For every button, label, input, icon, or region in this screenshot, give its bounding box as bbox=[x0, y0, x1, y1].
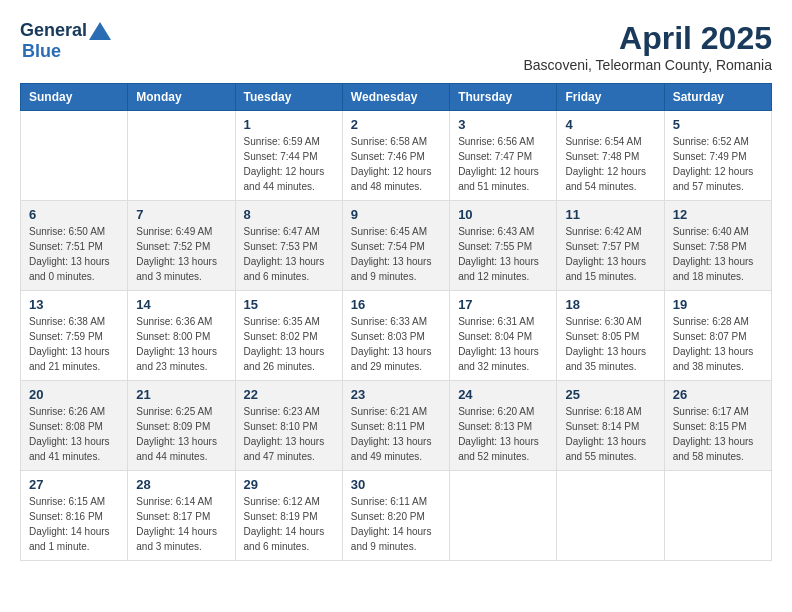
day-number: 26 bbox=[673, 387, 763, 402]
day-info: Sunrise: 6:35 AM Sunset: 8:02 PM Dayligh… bbox=[244, 314, 334, 374]
day-info: Sunrise: 6:33 AM Sunset: 8:03 PM Dayligh… bbox=[351, 314, 441, 374]
calendar-cell: 10Sunrise: 6:43 AM Sunset: 7:55 PM Dayli… bbox=[450, 201, 557, 291]
calendar-week-row: 27Sunrise: 6:15 AM Sunset: 8:16 PM Dayli… bbox=[21, 471, 772, 561]
day-number: 30 bbox=[351, 477, 441, 492]
title-area: April 2025 Bascoveni, Teleorman County, … bbox=[524, 20, 773, 73]
weekday-header: Thursday bbox=[450, 84, 557, 111]
day-number: 18 bbox=[565, 297, 655, 312]
calendar-cell: 18Sunrise: 6:30 AM Sunset: 8:05 PM Dayli… bbox=[557, 291, 664, 381]
day-info: Sunrise: 6:52 AM Sunset: 7:49 PM Dayligh… bbox=[673, 134, 763, 194]
day-number: 6 bbox=[29, 207, 119, 222]
calendar-week-row: 1Sunrise: 6:59 AM Sunset: 7:44 PM Daylig… bbox=[21, 111, 772, 201]
weekday-header: Wednesday bbox=[342, 84, 449, 111]
calendar-cell: 20Sunrise: 6:26 AM Sunset: 8:08 PM Dayli… bbox=[21, 381, 128, 471]
day-number: 5 bbox=[673, 117, 763, 132]
day-number: 29 bbox=[244, 477, 334, 492]
logo-icon bbox=[89, 22, 111, 40]
day-number: 28 bbox=[136, 477, 226, 492]
calendar-cell: 29Sunrise: 6:12 AM Sunset: 8:19 PM Dayli… bbox=[235, 471, 342, 561]
calendar-cell: 9Sunrise: 6:45 AM Sunset: 7:54 PM Daylig… bbox=[342, 201, 449, 291]
calendar-cell: 27Sunrise: 6:15 AM Sunset: 8:16 PM Dayli… bbox=[21, 471, 128, 561]
calendar-cell: 23Sunrise: 6:21 AM Sunset: 8:11 PM Dayli… bbox=[342, 381, 449, 471]
calendar-cell bbox=[21, 111, 128, 201]
calendar-cell: 14Sunrise: 6:36 AM Sunset: 8:00 PM Dayli… bbox=[128, 291, 235, 381]
calendar-cell bbox=[557, 471, 664, 561]
day-info: Sunrise: 6:43 AM Sunset: 7:55 PM Dayligh… bbox=[458, 224, 548, 284]
day-info: Sunrise: 6:42 AM Sunset: 7:57 PM Dayligh… bbox=[565, 224, 655, 284]
day-number: 12 bbox=[673, 207, 763, 222]
weekday-header: Saturday bbox=[664, 84, 771, 111]
day-number: 11 bbox=[565, 207, 655, 222]
calendar-cell: 2Sunrise: 6:58 AM Sunset: 7:46 PM Daylig… bbox=[342, 111, 449, 201]
day-info: Sunrise: 6:25 AM Sunset: 8:09 PM Dayligh… bbox=[136, 404, 226, 464]
day-number: 2 bbox=[351, 117, 441, 132]
calendar-cell: 4Sunrise: 6:54 AM Sunset: 7:48 PM Daylig… bbox=[557, 111, 664, 201]
svg-marker-0 bbox=[89, 22, 111, 40]
day-info: Sunrise: 6:17 AM Sunset: 8:15 PM Dayligh… bbox=[673, 404, 763, 464]
calendar-cell: 15Sunrise: 6:35 AM Sunset: 8:02 PM Dayli… bbox=[235, 291, 342, 381]
day-info: Sunrise: 6:20 AM Sunset: 8:13 PM Dayligh… bbox=[458, 404, 548, 464]
day-number: 19 bbox=[673, 297, 763, 312]
day-number: 10 bbox=[458, 207, 548, 222]
weekday-header: Monday bbox=[128, 84, 235, 111]
page-header: General Blue April 2025 Bascoveni, Teleo… bbox=[20, 20, 772, 73]
calendar-cell: 24Sunrise: 6:20 AM Sunset: 8:13 PM Dayli… bbox=[450, 381, 557, 471]
location-title: Bascoveni, Teleorman County, Romania bbox=[524, 57, 773, 73]
calendar-cell: 13Sunrise: 6:38 AM Sunset: 7:59 PM Dayli… bbox=[21, 291, 128, 381]
day-info: Sunrise: 6:12 AM Sunset: 8:19 PM Dayligh… bbox=[244, 494, 334, 554]
day-number: 14 bbox=[136, 297, 226, 312]
calendar-cell bbox=[128, 111, 235, 201]
calendar-cell bbox=[664, 471, 771, 561]
day-number: 4 bbox=[565, 117, 655, 132]
day-info: Sunrise: 6:47 AM Sunset: 7:53 PM Dayligh… bbox=[244, 224, 334, 284]
day-number: 8 bbox=[244, 207, 334, 222]
calendar-cell: 16Sunrise: 6:33 AM Sunset: 8:03 PM Dayli… bbox=[342, 291, 449, 381]
calendar-cell: 30Sunrise: 6:11 AM Sunset: 8:20 PM Dayli… bbox=[342, 471, 449, 561]
day-info: Sunrise: 6:54 AM Sunset: 7:48 PM Dayligh… bbox=[565, 134, 655, 194]
day-info: Sunrise: 6:36 AM Sunset: 8:00 PM Dayligh… bbox=[136, 314, 226, 374]
calendar-cell: 12Sunrise: 6:40 AM Sunset: 7:58 PM Dayli… bbox=[664, 201, 771, 291]
day-number: 20 bbox=[29, 387, 119, 402]
logo-general-text: General bbox=[20, 20, 87, 41]
day-info: Sunrise: 6:58 AM Sunset: 7:46 PM Dayligh… bbox=[351, 134, 441, 194]
day-info: Sunrise: 6:21 AM Sunset: 8:11 PM Dayligh… bbox=[351, 404, 441, 464]
calendar-week-row: 20Sunrise: 6:26 AM Sunset: 8:08 PM Dayli… bbox=[21, 381, 772, 471]
day-info: Sunrise: 6:31 AM Sunset: 8:04 PM Dayligh… bbox=[458, 314, 548, 374]
calendar-cell: 6Sunrise: 6:50 AM Sunset: 7:51 PM Daylig… bbox=[21, 201, 128, 291]
calendar-cell: 17Sunrise: 6:31 AM Sunset: 8:04 PM Dayli… bbox=[450, 291, 557, 381]
day-number: 9 bbox=[351, 207, 441, 222]
day-number: 17 bbox=[458, 297, 548, 312]
month-title: April 2025 bbox=[524, 20, 773, 57]
day-info: Sunrise: 6:14 AM Sunset: 8:17 PM Dayligh… bbox=[136, 494, 226, 554]
calendar-week-row: 13Sunrise: 6:38 AM Sunset: 7:59 PM Dayli… bbox=[21, 291, 772, 381]
logo: General Blue bbox=[20, 20, 113, 62]
weekday-header: Tuesday bbox=[235, 84, 342, 111]
calendar-week-row: 6Sunrise: 6:50 AM Sunset: 7:51 PM Daylig… bbox=[21, 201, 772, 291]
day-info: Sunrise: 6:28 AM Sunset: 8:07 PM Dayligh… bbox=[673, 314, 763, 374]
day-info: Sunrise: 6:11 AM Sunset: 8:20 PM Dayligh… bbox=[351, 494, 441, 554]
day-info: Sunrise: 6:40 AM Sunset: 7:58 PM Dayligh… bbox=[673, 224, 763, 284]
day-number: 3 bbox=[458, 117, 548, 132]
calendar-cell: 22Sunrise: 6:23 AM Sunset: 8:10 PM Dayli… bbox=[235, 381, 342, 471]
calendar-cell: 11Sunrise: 6:42 AM Sunset: 7:57 PM Dayli… bbox=[557, 201, 664, 291]
calendar-cell bbox=[450, 471, 557, 561]
calendar-cell: 8Sunrise: 6:47 AM Sunset: 7:53 PM Daylig… bbox=[235, 201, 342, 291]
day-info: Sunrise: 6:56 AM Sunset: 7:47 PM Dayligh… bbox=[458, 134, 548, 194]
day-number: 1 bbox=[244, 117, 334, 132]
day-info: Sunrise: 6:18 AM Sunset: 8:14 PM Dayligh… bbox=[565, 404, 655, 464]
weekday-header: Friday bbox=[557, 84, 664, 111]
day-number: 15 bbox=[244, 297, 334, 312]
day-number: 16 bbox=[351, 297, 441, 312]
day-number: 23 bbox=[351, 387, 441, 402]
day-info: Sunrise: 6:49 AM Sunset: 7:52 PM Dayligh… bbox=[136, 224, 226, 284]
day-info: Sunrise: 6:50 AM Sunset: 7:51 PM Dayligh… bbox=[29, 224, 119, 284]
day-info: Sunrise: 6:23 AM Sunset: 8:10 PM Dayligh… bbox=[244, 404, 334, 464]
calendar-cell: 3Sunrise: 6:56 AM Sunset: 7:47 PM Daylig… bbox=[450, 111, 557, 201]
calendar-cell: 21Sunrise: 6:25 AM Sunset: 8:09 PM Dayli… bbox=[128, 381, 235, 471]
logo-blue-text: Blue bbox=[22, 41, 61, 61]
calendar-cell: 28Sunrise: 6:14 AM Sunset: 8:17 PM Dayli… bbox=[128, 471, 235, 561]
calendar-cell: 19Sunrise: 6:28 AM Sunset: 8:07 PM Dayli… bbox=[664, 291, 771, 381]
day-number: 25 bbox=[565, 387, 655, 402]
calendar-header-row: SundayMondayTuesdayWednesdayThursdayFrid… bbox=[21, 84, 772, 111]
calendar-cell: 7Sunrise: 6:49 AM Sunset: 7:52 PM Daylig… bbox=[128, 201, 235, 291]
